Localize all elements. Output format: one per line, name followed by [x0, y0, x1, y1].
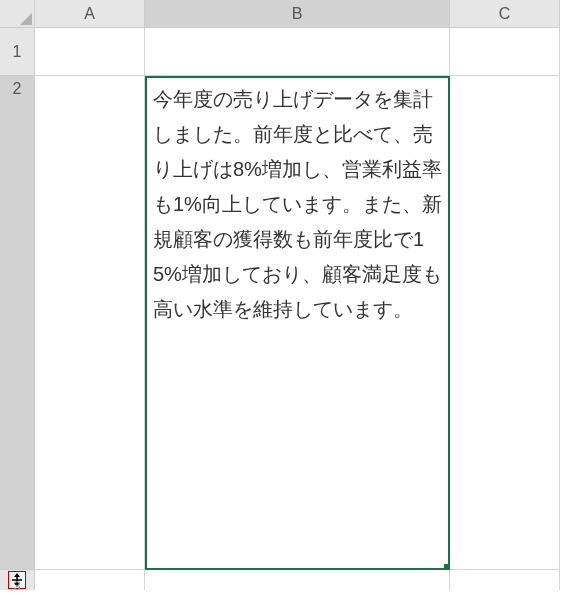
column-header-A[interactable]: A: [35, 0, 145, 28]
row-resize-handle-2-3[interactable]: 3: [0, 570, 35, 590]
select-all-corner[interactable]: [0, 0, 35, 28]
row-label-3-small: 3: [13, 579, 20, 592]
cell-A1[interactable]: [35, 28, 145, 76]
cell-C2[interactable]: [450, 76, 560, 570]
row-header-1[interactable]: 1: [0, 28, 35, 76]
cell-C1[interactable]: [450, 28, 560, 76]
column-header-B[interactable]: B: [145, 0, 450, 28]
spreadsheet-grid: A B C 1 2 今年度の売り上げデータを集計しました。前年度と比べて、売り上…: [0, 0, 561, 590]
cell-B3[interactable]: [145, 570, 450, 590]
cell-C3[interactable]: [450, 570, 560, 590]
cell-A3[interactable]: [35, 570, 145, 590]
cell-B2[interactable]: 今年度の売り上げデータを集計しました。前年度と比べて、売り上げは8%増加し、営業…: [145, 76, 450, 570]
row-header-2[interactable]: 2: [0, 76, 35, 570]
cell-B1[interactable]: [145, 28, 450, 76]
column-header-C[interactable]: C: [450, 0, 560, 28]
cell-B2-text: 今年度の売り上げデータを集計しました。前年度と比べて、売り上げは8%増加し、営業…: [153, 82, 442, 327]
svg-marker-1: [14, 573, 20, 577]
cell-A2[interactable]: [35, 76, 145, 570]
